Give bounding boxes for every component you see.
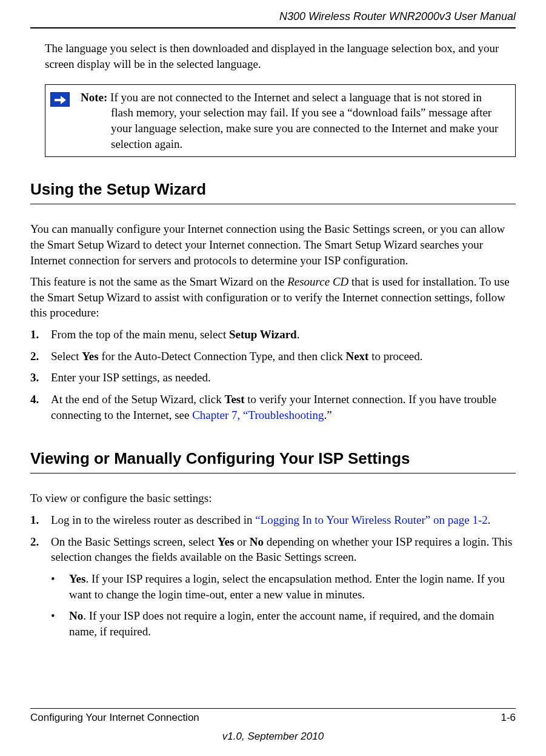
- isp-s2-pre: On the Basic Settings screen, select: [51, 535, 218, 548]
- bullet-marker: •: [51, 608, 69, 639]
- isp-step-2-body: On the Basic Settings screen, select Yes…: [51, 534, 516, 565]
- footer-version: v1.0, September 2010: [30, 730, 516, 744]
- note-label: Note:: [81, 91, 107, 104]
- s4-post: .”: [324, 409, 331, 421]
- bullet-yes-body: Yes. If your ISP requires a login, selec…: [69, 571, 516, 602]
- step-2: 2. Select Yes for the Auto-Detect Connec…: [30, 349, 516, 364]
- s2-pre: Select: [51, 350, 82, 363]
- s2-mid: for the Auto-Detect Connection Type, and…: [99, 350, 346, 363]
- logging-in-link[interactable]: “Logging In to Your Wireless Router” on …: [255, 513, 488, 526]
- isp-step-1-body: Log in to the wireless router as describ…: [51, 512, 516, 528]
- yes-bold: Yes: [82, 350, 98, 363]
- setup-wizard-bold: Setup Wizard: [229, 328, 297, 341]
- isp-no-bold: No: [250, 535, 264, 548]
- footer-section: Configuring Your Internet Connection: [30, 711, 199, 725]
- troubleshooting-link[interactable]: Chapter 7, “Troubleshooting: [192, 409, 324, 421]
- step-4: 4. At the end of the Setup Wizard, click…: [30, 392, 516, 423]
- isp-step-1-num: 1.: [30, 512, 51, 528]
- note-icon-cell: [50, 90, 81, 152]
- step-3-body: Enter your ISP settings, as needed.: [51, 370, 516, 386]
- setup-wizard-para-1: You can manually configure your Internet…: [30, 221, 516, 268]
- page-footer: Configuring Your Internet Connection 1-6…: [30, 708, 516, 744]
- step-1: 1. From the top of the main menu, select…: [30, 327, 516, 343]
- isp-s1-pre: Log in to the wireless router as describ…: [51, 513, 255, 526]
- bullet-yes: • Yes. If your ISP requires a login, sel…: [51, 571, 516, 602]
- arrow-right-icon: [50, 92, 70, 107]
- isp-s1-post: .: [488, 513, 491, 526]
- s2-post: to proceed.: [368, 350, 422, 363]
- isp-bullets: • Yes. If your ISP requires a login, sel…: [30, 571, 516, 640]
- isp-step-2: 2. On the Basic Settings screen, select …: [30, 534, 516, 565]
- setup-wizard-steps: 1. From the top of the main menu, select…: [30, 327, 516, 423]
- isp-s2-mid: or: [234, 535, 249, 548]
- section-viewing-isp-settings: Viewing or Manually Configuring Your ISP…: [30, 448, 516, 473]
- bullet-no-body: No. If your ISP does not require a login…: [69, 608, 516, 639]
- note-body: If you are not connected to the Internet…: [107, 91, 498, 150]
- section-using-setup-wizard: Using the Setup Wizard: [30, 179, 516, 204]
- s1-post: .: [297, 328, 300, 341]
- bullet-yes-text: . If your ISP requires a login, select t…: [69, 572, 505, 601]
- intro-paragraph: The language you select is then download…: [45, 41, 516, 72]
- isp-intro: To view or configure the basic settings:: [30, 490, 516, 506]
- para2-pre: This feature is not the same as the Smar…: [30, 275, 287, 288]
- note-box: Note: If you are not connected to the In…: [45, 84, 516, 158]
- isp-step-2-num: 2.: [30, 534, 51, 565]
- isp-yes-bold: Yes: [218, 535, 234, 548]
- step-2-num: 2.: [30, 349, 51, 364]
- resource-cd-italic: Resource CD: [287, 275, 348, 288]
- page-header: N300 Wireless Router WNR2000v3 User Manu…: [30, 9, 516, 28]
- step-2-body: Select Yes for the Auto-Detect Connectio…: [51, 349, 516, 364]
- step-3-num: 3.: [30, 370, 51, 386]
- bullet-marker: •: [51, 571, 69, 602]
- bullet-no-bold: No: [69, 609, 83, 622]
- test-bold: Test: [224, 393, 244, 406]
- s1-pre: From the top of the main menu, select: [51, 328, 229, 341]
- isp-step-1: 1. Log in to the wireless router as desc…: [30, 512, 516, 528]
- manual-title: N300 Wireless Router WNR2000v3 User Manu…: [279, 10, 516, 22]
- step-1-num: 1.: [30, 327, 51, 343]
- step-1-body: From the top of the main menu, select Se…: [51, 327, 516, 343]
- bullet-no: • No. If your ISP does not require a log…: [51, 608, 516, 639]
- note-text: Note: If you are not connected to the In…: [81, 90, 510, 152]
- s4-pre: At the end of the Setup Wizard, click: [51, 393, 224, 406]
- step-3: 3. Enter your ISP settings, as needed.: [30, 370, 516, 386]
- footer-page: 1-6: [501, 711, 516, 725]
- bullet-no-text: . If your ISP does not require a login, …: [69, 609, 494, 638]
- isp-steps: 1. Log in to the wireless router as desc…: [30, 512, 516, 565]
- setup-wizard-para-2: This feature is not the same as the Smar…: [30, 274, 516, 321]
- next-bold: Next: [345, 350, 368, 363]
- bullet-yes-bold: Yes: [69, 572, 85, 585]
- step-4-body: At the end of the Setup Wizard, click Te…: [51, 392, 516, 423]
- step-4-num: 4.: [30, 392, 51, 423]
